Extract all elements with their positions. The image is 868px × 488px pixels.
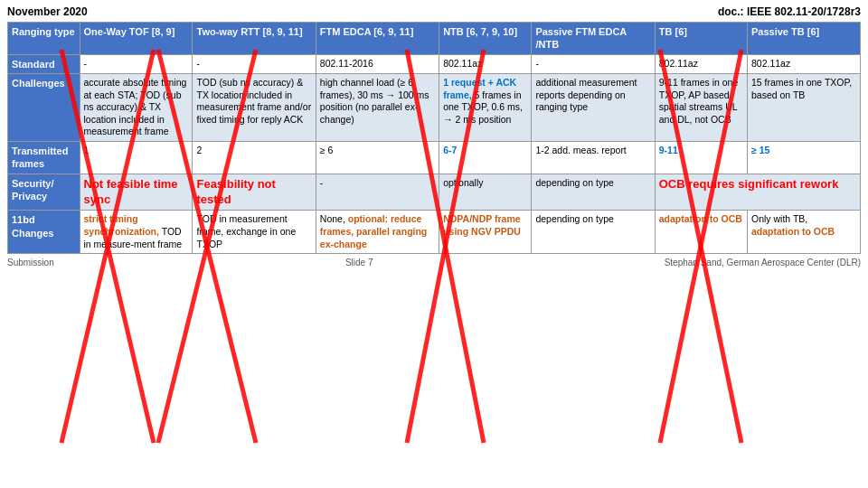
row-label-11bd: 11bd Changes — [8, 211, 80, 254]
cell-transmitted-4: 6-7 — [439, 142, 532, 174]
row-label-standard: Standard — [8, 54, 80, 73]
cell-transmitted-2: 2 — [193, 142, 316, 174]
header-doc: doc.: IEEE 802.11-20/1728r3 — [718, 5, 861, 18]
cell-security-6: OCB requires significant rework — [655, 174, 860, 211]
cell-11bd-4: NDPA/NDP frame using NGV PPDU — [439, 211, 532, 254]
col-ranging-type: Ranging type — [8, 23, 80, 55]
header-date: November 2020 — [7, 5, 88, 18]
cell-security-3: - — [316, 174, 439, 211]
cell-security-2: Feasibility not tested — [193, 174, 316, 211]
table-row-transmitted: Transmitted frames 1 2 ≥ 6 6-7 1-2 add. … — [8, 142, 861, 174]
cell-11bd-3: None, optional: reduce frames, parallel … — [316, 211, 439, 254]
row-label-security: Security/ Privacy — [8, 174, 80, 211]
cell-challenges-1: accurate absolute timing at each STA; TO… — [80, 73, 193, 141]
cell-standard-6: 802.11az — [655, 54, 747, 73]
footer-center: Slide 7 — [345, 258, 373, 267]
cell-challenges-7: 15 frames in one TXOP, based on TB — [747, 73, 860, 141]
cell-standard-5: - — [532, 54, 655, 73]
table-header-row: Ranging type One-Way TOF [8, 9] Two-way … — [8, 23, 861, 55]
cell-transmitted-3: ≥ 6 — [316, 142, 439, 174]
footer-right: Stephan Sand, German Aerospace Center (D… — [665, 258, 861, 267]
cell-standard-1: - — [80, 54, 193, 73]
col-two-way-rtt: Two-way RTT [8, 9, 11] — [193, 23, 316, 55]
footer-row: Submission Slide 7 Stephan Sand, German … — [7, 258, 861, 267]
cell-11bd-7: Only with TB, adaptation to OCB — [747, 211, 860, 254]
cell-transmitted-5: 1-2 add. meas. report — [532, 142, 655, 174]
header-row: November 2020 doc.: IEEE 802.11-20/1728r… — [7, 5, 861, 18]
row-label-challenges: Challenges — [8, 73, 80, 141]
cell-11bd-1: strict timing synchronization, TOD in me… — [80, 211, 193, 254]
col-tb: TB [6] — [655, 23, 747, 55]
table-row-11bd: 11bd Changes strict timing synchronizati… — [8, 211, 861, 254]
main-table: Ranging type One-Way TOF [8, 9] Two-way … — [7, 22, 861, 254]
table-row-security: Security/ Privacy Not feasible time sync… — [8, 174, 861, 211]
cell-standard-4: 802.11az — [439, 54, 532, 73]
col-one-way-tof: One-Way TOF [8, 9] — [80, 23, 193, 55]
table-row-challenges: Challenges accurate absolute timing at e… — [8, 73, 861, 141]
cell-transmitted-1: 1 — [80, 142, 193, 174]
footer-left: Submission — [7, 258, 54, 267]
cell-11bd-6: adaptation to OCB — [655, 211, 747, 254]
cell-standard-3: 802.11-2016 — [316, 54, 439, 73]
cell-challenges-6: 9-11 frames in one TXOP, AP based, spati… — [655, 73, 747, 141]
col-ntb: NTB [6, 7, 9, 10] — [439, 23, 532, 55]
row-label-transmitted: Transmitted frames — [8, 142, 80, 174]
cell-standard-2: - — [193, 54, 316, 73]
page-wrapper: November 2020 doc.: IEEE 802.11-20/1728r… — [0, 0, 868, 273]
cell-challenges-3: high channel load (≥ 6 frames), 30 ms → … — [316, 73, 439, 141]
cell-transmitted-7: ≥ 15 — [747, 142, 860, 174]
cell-security-5: depending on type — [532, 174, 655, 211]
cell-11bd-2: TOD in measurement frame, exchange in on… — [193, 211, 316, 254]
col-ftm-edca: FTM EDCA [6, 9, 11] — [316, 23, 439, 55]
cell-transmitted-6: 9-11 — [655, 142, 747, 174]
cell-challenges-4: 1 request + ACK frame, 5 frames in one T… — [439, 73, 532, 141]
cell-security-4: optionally — [439, 174, 532, 211]
cell-challenges-2: TOD (sub ns accuracy) & TX location incl… — [193, 73, 316, 141]
cell-security-1: Not feasible time sync — [80, 174, 193, 211]
col-passive-ftm: Passive FTM EDCA /NTB — [532, 23, 655, 55]
cell-standard-7: 802.11az — [747, 54, 860, 73]
cell-11bd-5: depending on type — [532, 211, 655, 254]
col-passive-tb: Passive TB [6] — [747, 23, 860, 55]
cell-challenges-5: additional measurement reports depending… — [532, 73, 655, 141]
table-row-standard: Standard - - 802.11-2016 802.11az - 802.… — [8, 54, 861, 73]
